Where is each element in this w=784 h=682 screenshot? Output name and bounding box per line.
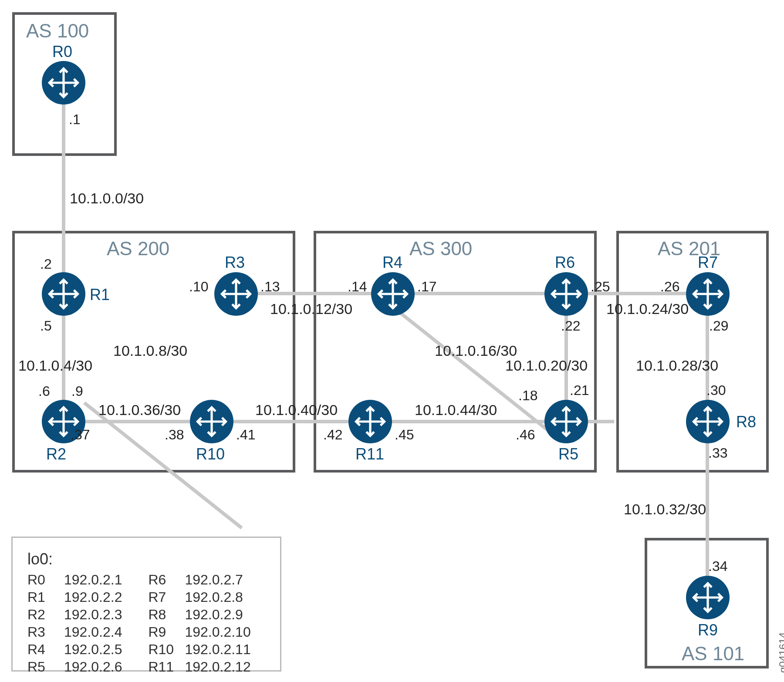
legend-title: lo0: [27,550,265,568]
router-r1 [42,272,85,316]
router-r11 [348,400,392,443]
label-r7: R7 [698,253,718,272]
if-r10-right: .41 [236,427,255,443]
router-icon [354,405,386,438]
if-r10-left: .38 [165,427,184,443]
if-r4-left: .14 [348,279,367,295]
label-r1: R1 [90,286,110,304]
if-r1-down: .5 [40,318,52,334]
as300-label: AS 300 [409,238,472,260]
subnet-r5r6: 10.1.0.20/30 [505,357,588,374]
legend-row: R3192.0.2.4 [27,623,122,641]
if-r9-up: .34 [708,558,727,574]
subnet-r0r1: 10.1.0.0/30 [70,190,144,207]
as200-label: AS 200 [107,238,169,260]
router-icon [47,67,80,99]
legend-row: R6192.0.2.7 [148,571,250,588]
legend-row: R7192.0.2.8 [148,588,250,606]
figure-id: g041614 [777,632,784,673]
legend-row: R11192.0.2.12 [148,658,250,675]
legend-row: R1192.0.2.2 [27,588,122,606]
if-r8-down: .33 [708,445,727,461]
router-icon [692,278,724,310]
label-r2: R2 [46,445,66,463]
router-icon [550,405,582,438]
legend-col1: R0192.0.2.1 R1192.0.2.2 R2192.0.2.3 R319… [27,571,122,675]
label-r8: R8 [736,413,756,431]
label-r4: R4 [382,253,402,272]
if-r7-down: .29 [709,318,728,334]
network-diagram: AS 100 AS 200 AS 300 AS 201 AS 101 R0 R1… [0,0,784,682]
if-r5-left: .46 [516,427,535,443]
if-r2-diag: .9 [71,383,83,399]
subnet-r2r3: 10.1.0.8/30 [113,342,187,359]
router-icon [692,581,724,614]
subnet-r1r2: 10.1.0.4/30 [18,357,92,374]
label-r5: R5 [558,445,578,463]
label-r9: R9 [698,621,718,639]
subnet-r4r5: 10.1.0.16/30 [435,342,517,359]
if-r6-right: .25 [591,279,610,295]
if-r5-diag: .18 [518,388,537,404]
router-r0 [42,61,85,105]
subnet-r10r11: 10.1.0.40/30 [255,402,338,419]
if-r11-right: .45 [395,427,414,443]
router-icon [377,278,409,310]
router-r4 [371,272,415,316]
label-r3: R3 [225,253,245,272]
legend-row: R0192.0.2.1 [27,571,122,588]
as100-label: AS 100 [26,20,89,42]
label-r10: R10 [196,445,225,463]
router-r10 [190,400,233,443]
router-r8 [686,400,730,443]
router-r5 [544,400,588,443]
if-r4-right: .17 [417,279,436,295]
loopback-legend: lo0: R0192.0.2.1 R1192.0.2.2 R2192.0.2.3… [11,537,281,672]
legend-row: R2192.0.2.3 [27,606,122,623]
if-r3-right: .13 [260,279,280,295]
router-icon [47,278,80,310]
if-r0-down: .1 [69,111,81,128]
router-r6 [544,272,588,316]
router-r9 [686,576,730,619]
link-r0-r1 [62,105,65,292]
subnet-r8r9: 10.1.0.32/30 [624,501,706,518]
subnet-r11r5: 10.1.0.44/30 [415,402,497,419]
router-r7 [686,272,730,316]
subnet-r2r10: 10.1.0.36/30 [98,402,181,419]
if-r1-up: .2 [40,256,52,272]
link-r7-r8-r9 [706,309,709,579]
if-r7-left: .26 [660,279,679,295]
if-r2-up: .6 [38,383,50,399]
router-icon [692,405,724,438]
label-r11: R11 [355,445,384,463]
if-r3-left: .10 [189,279,208,295]
router-icon [220,278,252,310]
router-icon [550,278,582,310]
subnet-r6r7: 10.1.0.24/30 [606,300,689,317]
if-r5-up: .21 [570,382,589,398]
router-r3 [214,272,258,316]
legend-row: R10192.0.2.11 [148,641,250,658]
label-r0: R0 [52,43,72,61]
legend-row: R5192.0.2.6 [27,658,122,675]
legend-row: R4192.0.2.5 [27,641,122,658]
legend-col2: R6192.0.2.7 R7192.0.2.8 R8192.0.2.9 R919… [148,571,250,675]
if-r11-left: .42 [323,427,342,443]
as101-label: AS 101 [682,643,744,665]
if-r8-up: .30 [706,382,726,398]
router-icon [196,405,228,438]
subnet-r3r4: 10.1.0.12/30 [270,300,352,317]
subnet-r7r8: 10.1.0.28/30 [636,357,718,374]
legend-row: R8192.0.2.9 [148,606,250,623]
label-r6: R6 [555,253,575,272]
if-r2-right: .37 [71,427,90,443]
if-r6-down: .22 [561,318,580,334]
legend-row: R9192.0.2.10 [148,623,250,641]
